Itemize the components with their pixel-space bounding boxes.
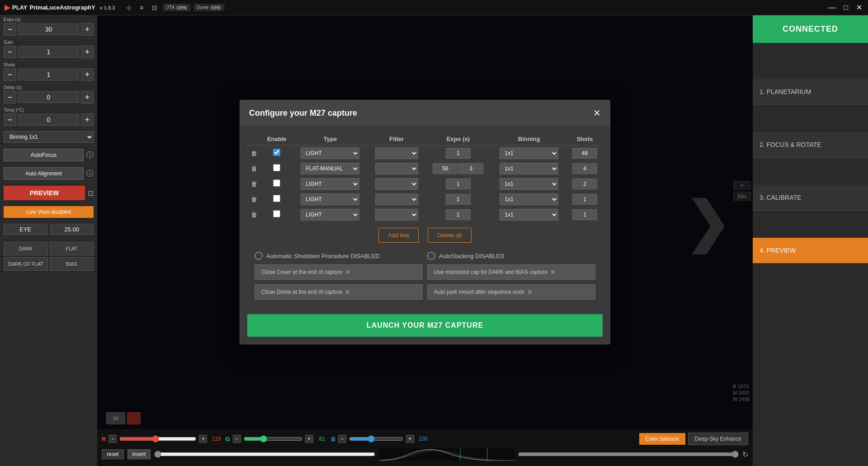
row-shots-input[interactable] (572, 148, 597, 159)
ota-badge[interactable]: OTA OPN (163, 4, 190, 11)
row-binning-select[interactable]: 1x12x23x34x4 (500, 163, 558, 174)
auto-park-button[interactable]: Auto park mount after sequence ends ✕ (427, 284, 595, 300)
deep-sky-button[interactable]: Deep-Sky Enhance (688, 433, 748, 445)
bias-button[interactable]: BIAS (50, 257, 94, 271)
menu-item-planetarium[interactable]: 1. PLANETARIUM (753, 79, 868, 105)
row-binning-select[interactable]: 1x12x23x34x4 (500, 147, 558, 159)
row-delete-button[interactable]: 🗑 (251, 211, 257, 218)
menu-item-preview[interactable]: 4. PREVIEW (753, 238, 868, 264)
row-expo-input[interactable] (446, 209, 471, 220)
expo-plus-button[interactable]: + (81, 23, 94, 36)
row-filter-select[interactable] (375, 163, 418, 174)
gain-plus-button[interactable]: + (81, 46, 94, 58)
eye-value[interactable]: 25.00 (50, 224, 94, 235)
liveview-button[interactable]: Live View disabled (4, 206, 94, 218)
auto-shutdown-toggle[interactable] (255, 252, 263, 260)
auto-alignment-button[interactable]: Auto Alignment (4, 167, 84, 180)
row-filter-select[interactable] (375, 193, 418, 205)
r-slider[interactable] (119, 435, 196, 442)
row-delete-button[interactable]: 🗑 (251, 165, 257, 172)
row-delete-button[interactable]: 🗑 (251, 150, 257, 157)
minimize-button[interactable]: — (825, 0, 839, 15)
launch-button[interactable]: LAUNCH YOUR M27 CAPTURE (247, 314, 603, 337)
shots-plus-button[interactable]: + (81, 68, 94, 81)
row-expo2-input[interactable] (458, 163, 483, 174)
delay-value[interactable]: 0 (18, 91, 79, 103)
preview-button[interactable]: PREVIEW (4, 186, 85, 200)
close-dome-button[interactable]: Close Dome at the end of capture ✕ (255, 284, 423, 300)
row-type-select[interactable]: LIGHTDARKFLATFLAT-MANUALBIAS (301, 147, 359, 159)
row-filter-select[interactable] (375, 147, 418, 159)
row-shots-input[interactable] (572, 194, 597, 205)
g-minus-button[interactable]: − (233, 435, 241, 443)
delay-plus-button[interactable]: + (81, 91, 94, 104)
close-cover-button[interactable]: Close Cover at the end of capture ✕ (255, 264, 423, 280)
row-type-select[interactable]: LIGHTDARKFLATFLAT-MANUALBIAS (301, 178, 359, 190)
cursor-icon-btn[interactable]: ⊹ (124, 3, 134, 12)
histogram-black-slider[interactable] (154, 451, 375, 458)
row-expo-input[interactable] (446, 179, 471, 189)
row-shots-input[interactable] (572, 163, 597, 174)
connected-button[interactable]: CONNECTED (753, 15, 868, 43)
dark-of-flat-button[interactable]: DARK OF FLAT (4, 257, 48, 271)
autofocus-button[interactable]: AutoFocus (4, 149, 84, 161)
row-shots-input[interactable] (572, 209, 597, 220)
b-plus-button[interactable]: + (406, 435, 414, 443)
menu-item-calibrate[interactable]: 3. CALIBRATE (753, 185, 868, 211)
row-expo-input[interactable] (433, 163, 458, 174)
row-binning-select[interactable]: 1x12x23x34x4 (500, 209, 558, 221)
autofocus-info-icon[interactable]: ⓘ (86, 151, 94, 160)
r-minus-button[interactable]: − (108, 435, 117, 443)
row-type-select[interactable]: LIGHTDARKFLATFLAT-MANUALBIAS (301, 209, 359, 221)
delete-all-button[interactable]: Delete all (428, 228, 471, 243)
temp-value[interactable]: 0 (18, 114, 79, 126)
row-enable-checkbox[interactable] (273, 164, 280, 171)
autostacking-toggle[interactable] (427, 252, 435, 260)
auto-alignment-info-icon[interactable]: ⓘ (86, 169, 94, 179)
save-icon-btn[interactable]: ⊡ (150, 3, 160, 12)
gain-minus-button[interactable]: − (4, 46, 16, 58)
delay-minus-button[interactable]: − (4, 91, 16, 104)
row-binning-select[interactable]: 1x12x23x34x4 (500, 193, 558, 205)
expo-minus-button[interactable]: − (4, 23, 16, 36)
row-type-select[interactable]: LIGHTDARKFLATFLAT-MANUALBIAS (301, 163, 359, 174)
dark-button[interactable]: DARK (4, 242, 48, 255)
close-button[interactable]: ✕ (853, 0, 866, 15)
reset-button[interactable]: reset (102, 449, 124, 459)
refresh-button[interactable]: ↻ (742, 450, 748, 459)
row-expo-input[interactable] (446, 148, 471, 159)
g-slider[interactable] (244, 435, 302, 442)
shots-minus-button[interactable]: − (4, 68, 16, 81)
b-minus-button[interactable]: − (338, 435, 346, 443)
g-plus-button[interactable]: + (305, 435, 313, 443)
row-filter-select[interactable] (375, 209, 418, 221)
menu-item-focus[interactable]: 2. FOCUS & ROTATE (753, 132, 868, 158)
row-enable-checkbox[interactable] (273, 195, 280, 202)
row-filter-select[interactable] (375, 178, 418, 190)
row-expo-input[interactable] (446, 194, 471, 205)
modal-overlay[interactable]: Configure your M27 capture ✕ Enable Type… (97, 15, 753, 429)
shots-value[interactable]: 1 (18, 69, 79, 80)
modal-close-button[interactable]: ✕ (593, 108, 601, 118)
temp-plus-button[interactable]: + (81, 113, 94, 126)
binning-select[interactable]: Binning 1x1 (4, 131, 94, 143)
flat-button[interactable]: FLAT (50, 242, 94, 255)
b-slider[interactable] (349, 435, 403, 442)
expo-value[interactable]: 30 (18, 24, 79, 35)
r-plus-button[interactable]: + (199, 435, 207, 443)
row-enable-checkbox[interactable] (273, 149, 280, 156)
dome-badge[interactable]: Dome OPN (194, 4, 224, 11)
row-delete-button[interactable]: 🗑 (251, 196, 257, 203)
row-shots-input[interactable] (572, 179, 597, 189)
motorized-cap-button[interactable]: Use motorized cap for DARK and BIAS capt… (427, 264, 595, 280)
histogram-white-slider[interactable] (518, 451, 739, 458)
row-enable-checkbox[interactable] (273, 179, 280, 187)
invert-button[interactable]: invert (127, 449, 151, 459)
temp-minus-button[interactable]: − (4, 113, 16, 126)
row-delete-button[interactable]: 🗑 (251, 180, 257, 188)
row-type-select[interactable]: LIGHTDARKFLATFLAT-MANUALBIAS (301, 193, 359, 205)
preview-info-icon[interactable]: ⊡ (88, 189, 94, 198)
gain-value[interactable]: 1 (18, 46, 79, 58)
add-line-button[interactable]: Add line (378, 228, 419, 243)
settings-icon-btn[interactable]: ≡ (137, 3, 146, 12)
